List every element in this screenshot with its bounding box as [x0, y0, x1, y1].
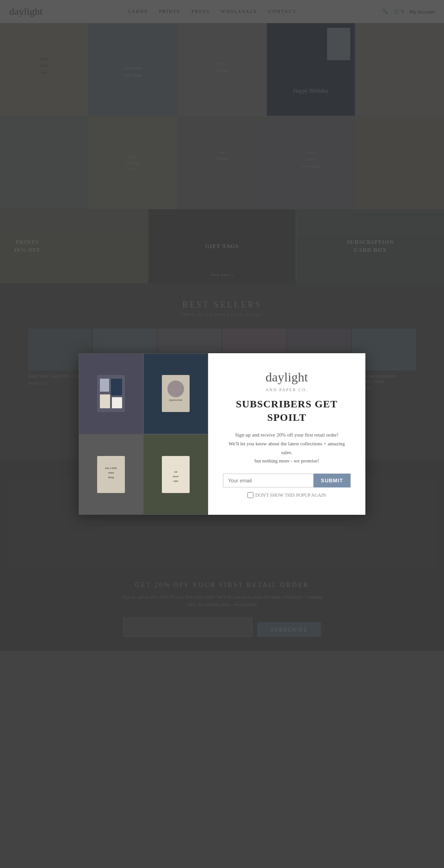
- email-popup-overlay: typewriter just a little some thing eat: [0, 0, 444, 868]
- svg-text:cake: cake: [173, 480, 179, 482]
- email-input[interactable]: [223, 474, 314, 487]
- svg-text:more: more: [173, 475, 179, 478]
- svg-rect-12: [162, 456, 190, 493]
- svg-text:typewriter: typewriter: [169, 398, 183, 402]
- popup-content-panel: daylight AND PAPER CO. SUBSCRIBERS GET S…: [208, 353, 365, 515]
- no-show-row[interactable]: DON'T SHOW THIS POPUP AGAIN: [247, 492, 326, 498]
- svg-rect-3: [100, 394, 110, 408]
- no-show-checkbox[interactable]: [247, 492, 253, 498]
- popup-email-row: SUBMIT: [223, 474, 351, 487]
- svg-text:eat: eat: [174, 470, 178, 473]
- svg-text:some: some: [108, 471, 114, 474]
- svg-text:thing: thing: [108, 476, 114, 479]
- svg-rect-2: [111, 379, 122, 395]
- popup-brand: daylight: [265, 370, 308, 385]
- email-popup: typewriter just a little some thing eat: [79, 353, 365, 515]
- no-show-label: DON'T SHOW THIS POPUP AGAIN: [255, 493, 326, 498]
- popup-img-4: eat more cake: [143, 434, 208, 515]
- popup-img-3: just a little some thing: [79, 434, 143, 515]
- svg-point-6: [167, 381, 184, 397]
- popup-brand-sub: AND PAPER CO.: [265, 387, 308, 392]
- popup-image-panel: typewriter just a little some thing eat: [79, 353, 208, 515]
- popup-img-1: [79, 353, 143, 434]
- svg-text:just a little: just a little: [105, 467, 117, 469]
- submit-button[interactable]: SUBMIT: [314, 474, 351, 487]
- svg-rect-1: [100, 379, 109, 392]
- popup-img-2: typewriter: [143, 353, 208, 434]
- svg-rect-4: [112, 397, 122, 408]
- popup-title: SUBSCRIBERS GET SPOILT: [223, 398, 351, 424]
- popup-description: Sign up and receive 20% off your first r…: [228, 431, 345, 465]
- svg-rect-8: [97, 456, 125, 493]
